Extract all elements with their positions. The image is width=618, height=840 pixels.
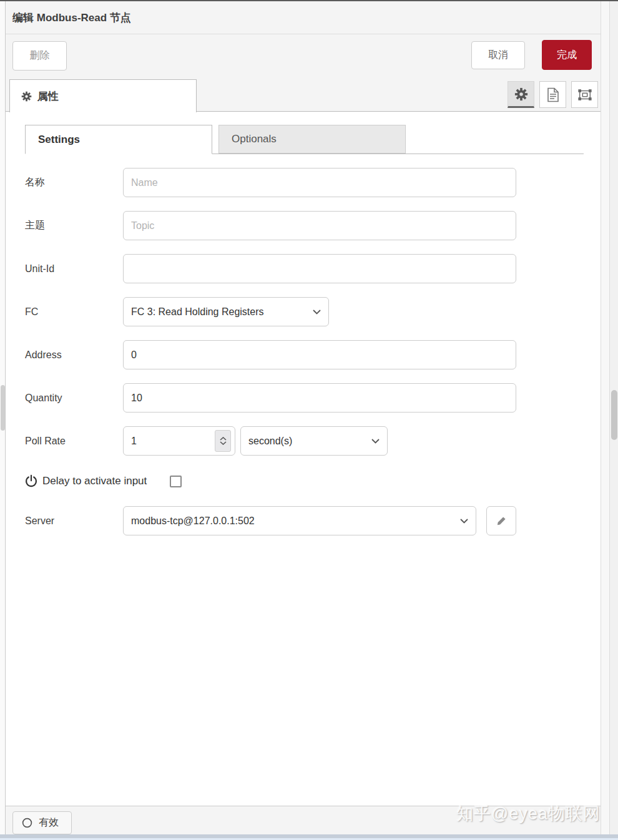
delay-row: Delay to activate input [25,471,601,492]
properties-form: Settings Optionals 名称 主题 Unit-Id FC FC 3… [6,112,601,807]
address-input[interactable] [123,340,516,369]
quantity-input[interactable] [123,383,516,413]
dialog-title-bar: 编辑 Modbus-Read 节点 [6,1,601,34]
delay-label: Delay to activate input [42,475,147,487]
pencil-icon [496,515,507,527]
dialog-action-row: 删除 取消 完成 [6,34,601,79]
enabled-label: 有效 [39,816,59,829]
gear-icon [21,91,32,102]
properties-view-button[interactable] [508,81,534,108]
address-label: Address [25,349,123,361]
name-input[interactable] [123,168,516,197]
fc-label: FC [25,306,123,318]
server-selected-value: modbus-tcp@127.0.0.1:502 [131,515,255,527]
left-scrollbar-thumb[interactable] [1,385,5,431]
done-button[interactable]: 完成 [542,40,592,70]
editor-mode-icons [508,81,598,108]
poll-rate-unit-select[interactable]: second(s) [240,426,388,456]
power-icon [25,474,37,488]
tab-properties[interactable]: 属性 [9,79,197,112]
poll-rate-row: Poll Rate second(s) [25,426,601,456]
tab-optionals[interactable]: Optionals [218,125,406,154]
tab-properties-label: 属性 [37,89,59,104]
tab-settings[interactable]: Settings [25,125,212,154]
page-left-scrollbar[interactable] [0,0,6,840]
quantity-row: Quantity [25,383,601,413]
cancel-button[interactable]: 取消 [471,41,525,69]
address-row: Address [25,340,601,369]
poll-rate-unit-value: second(s) [248,436,292,447]
server-select[interactable]: modbus-tcp@127.0.0.1:502 [123,506,476,535]
server-label: Server [25,515,123,527]
edit-server-button[interactable] [486,506,516,535]
edit-node-dialog: 编辑 Modbus-Read 节点 删除 取消 完成 [6,1,601,840]
description-view-button[interactable] [539,81,566,108]
delete-button[interactable]: 删除 [12,41,67,71]
document-icon [546,87,560,102]
quantity-label: Quantity [25,393,123,404]
poll-rate-label: Poll Rate [25,436,123,447]
dialog-title: 编辑 Modbus-Read 节点 [12,11,131,25]
chevron-down-icon [460,519,468,524]
circle-icon [22,818,32,828]
fc-selected-value: FC 3: Read Holding Registers [131,306,264,318]
unit-id-row: Unit-Id [25,254,601,283]
fc-select[interactable]: FC 3: Read Holding Registers [123,297,329,326]
chevron-down-icon [220,441,227,445]
gear-icon [514,87,528,101]
tab-settings-label: Settings [38,134,80,146]
node-enabled-toggle[interactable]: 有效 [12,811,72,834]
right-scrollbar-thumb[interactable] [611,390,617,440]
editor-tab-row: 属性 [6,79,601,112]
delay-checkbox[interactable] [170,476,182,487]
quantity-stepper[interactable] [215,430,231,452]
topic-input[interactable] [123,211,516,240]
unit-id-input[interactable] [123,254,516,283]
appearance-view-button[interactable] [571,81,598,108]
dialog-right-gutter [601,0,609,840]
window-top-edge [0,0,618,1]
fc-row: FC FC 3: Read Holding Registers [25,297,601,326]
chevron-up-icon [220,437,227,441]
dialog-header: 编辑 Modbus-Read 节点 删除 取消 完成 [6,1,601,112]
chevron-down-icon [313,310,321,315]
name-label: 名称 [25,176,123,189]
topic-label: 主题 [25,219,123,232]
page-right-scrollbar[interactable] [609,0,618,840]
unit-id-label: Unit-Id [25,263,123,275]
poll-rate-number-wrap [123,426,235,456]
tab-optionals-label: Optionals [232,133,277,145]
topic-row: 主题 [25,211,601,240]
name-row: 名称 [25,168,601,197]
chevron-down-icon [371,439,380,444]
subtab-bar: Settings Optionals [25,124,584,154]
watermark-text: 知乎@eyea物联网 [456,803,601,825]
appearance-frame-icon [577,88,592,102]
server-row: Server modbus-tcp@127.0.0.1:502 [25,506,601,535]
